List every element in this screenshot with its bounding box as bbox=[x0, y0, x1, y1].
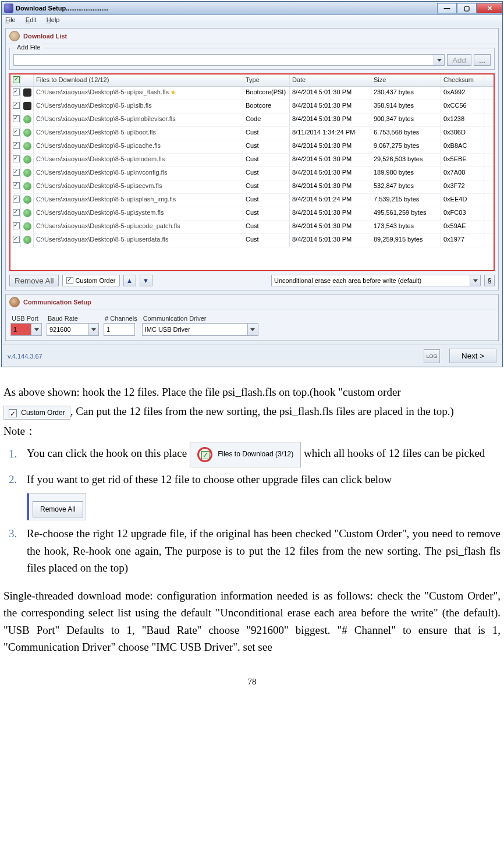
menu-help[interactable]: Help bbox=[47, 16, 60, 23]
menu-edit[interactable]: Edit bbox=[26, 16, 37, 23]
file-type-icon bbox=[23, 182, 31, 190]
baud-rate-combo[interactable]: 921600 bbox=[47, 323, 99, 336]
size-cell: 189,980 bytes bbox=[371, 167, 441, 180]
col-check[interactable]: ✓ bbox=[10, 75, 21, 86]
baud-rate-value: 921600 bbox=[49, 326, 71, 333]
usb-port-label: USB Port bbox=[10, 315, 42, 322]
table-row[interactable]: C:\Users\xiaoyuax\Desktop\8-5-up\mobilev… bbox=[10, 113, 494, 127]
size-cell: 495,561,259 bytes bbox=[371, 207, 441, 220]
version-label: v.4.144.3.67 bbox=[8, 353, 42, 360]
type-cell: Cust bbox=[243, 154, 290, 166]
driver-combo[interactable]: IMC USB Driver bbox=[142, 323, 258, 336]
row-checkbox[interactable] bbox=[13, 142, 20, 149]
col-checksum[interactable]: Checksum bbox=[441, 75, 484, 86]
file-path-cell: C:\Users\xiaoyuax\Desktop\8-5-up\secvm.f… bbox=[34, 180, 243, 193]
col-size[interactable]: Size bbox=[371, 75, 441, 86]
pin-button[interactable]: § bbox=[484, 275, 495, 286]
channels-input[interactable]: 1 bbox=[104, 323, 135, 336]
row-checkbox[interactable] bbox=[13, 222, 20, 229]
close-button[interactable]: ✕ bbox=[477, 3, 502, 13]
table-row[interactable]: C:\Users\xiaoyuax\Desktop\8-5-up\ucode_p… bbox=[10, 221, 494, 234]
add-button[interactable]: Add bbox=[447, 54, 471, 66]
log-button[interactable]: LOG bbox=[424, 349, 440, 363]
table-row[interactable]: C:\Users\xiaoyuax\Desktop\8-5-up\nvconfi… bbox=[10, 167, 494, 180]
size-cell: 173,543 bytes bbox=[371, 221, 441, 233]
row-checkbox[interactable] bbox=[13, 115, 20, 122]
table-row[interactable]: C:\Users\xiaoyuax\Desktop\8-5-up\secvm.f… bbox=[10, 180, 494, 194]
checksum-cell: 0xA992 bbox=[441, 87, 484, 100]
erase-mode-value: Unconditional erase each area before wri… bbox=[274, 277, 421, 284]
checksum-cell: 0x59AE bbox=[441, 221, 484, 233]
channels-label: # Channels bbox=[104, 315, 137, 322]
table-row[interactable]: C:\Users\xiaoyuax\Desktop\8-5-up\slb.fls… bbox=[10, 100, 494, 113]
red-circle-highlight-icon bbox=[197, 447, 212, 462]
remove-all-inline-image: Remove All bbox=[27, 493, 86, 521]
file-type-icon bbox=[23, 142, 31, 150]
chevron-down-icon[interactable] bbox=[31, 324, 41, 335]
checksum-cell: 0xEE4D bbox=[441, 194, 484, 207]
app-icon bbox=[4, 3, 13, 13]
checksum-cell: 0x7A00 bbox=[441, 167, 484, 180]
menubar: File Edit Help bbox=[2, 15, 502, 24]
row-checkbox[interactable] bbox=[13, 102, 20, 109]
app-window: Download Setup........................ —… bbox=[1, 1, 503, 367]
file-path-cell: C:\Users\xiaoyuax\Desktop\8-5-up\boot.fl… bbox=[34, 127, 243, 140]
date-cell: 8/4/2014 5:01:30 PM bbox=[290, 221, 371, 233]
table-row[interactable]: C:\Users\xiaoyuax\Desktop\8-5-up\boot.fl… bbox=[10, 127, 494, 140]
chevron-down-icon[interactable] bbox=[470, 275, 480, 286]
titlebar[interactable]: Download Setup........................ —… bbox=[2, 2, 502, 15]
chevron-down-icon[interactable] bbox=[434, 55, 444, 65]
date-cell: 8/4/2014 5:01:30 PM bbox=[290, 140, 371, 153]
browse-button[interactable]: ... bbox=[474, 54, 491, 66]
checksum-cell: 0x1238 bbox=[441, 113, 484, 126]
file-path-cell: C:\Users\xiaoyuax\Desktop\8-5-up\ucode_p… bbox=[34, 221, 243, 233]
row-checkbox[interactable] bbox=[13, 209, 20, 216]
star-icon: ★ bbox=[171, 89, 176, 95]
col-type[interactable]: Type bbox=[243, 75, 290, 86]
size-cell: 89,259,915 bytes bbox=[371, 234, 441, 247]
table-row[interactable]: C:\Users\xiaoyuax\Desktop\8-5-up\userdat… bbox=[10, 234, 494, 247]
doc-li1: You can click the hook on this place Fil… bbox=[20, 442, 501, 467]
row-checkbox[interactable] bbox=[13, 236, 20, 243]
erase-mode-combo[interactable]: Unconditional erase each area before wri… bbox=[271, 275, 481, 286]
move-down-button[interactable]: ▼ bbox=[140, 275, 152, 286]
move-up-button[interactable]: ▲ bbox=[123, 275, 136, 286]
row-checkbox[interactable] bbox=[13, 155, 20, 162]
table-header: ✓ Files to Download (12/12) Type Date Si… bbox=[10, 75, 494, 87]
table-row[interactable]: C:\Users\xiaoyuax\Desktop\8-5-up\modem.f… bbox=[10, 154, 494, 167]
add-file-combo[interactable] bbox=[13, 54, 445, 66]
file-type-icon bbox=[23, 169, 31, 177]
comm-setup-section: Communication Setup USB Port 1 Baud Rate… bbox=[5, 294, 499, 341]
usb-port-combo[interactable]: 1 bbox=[10, 323, 42, 336]
size-cell: 29,526,503 bytes bbox=[371, 154, 441, 166]
custom-order-checkbox[interactable]: Custom Order bbox=[62, 275, 119, 286]
menu-file[interactable]: File bbox=[5, 16, 16, 23]
chevron-down-icon[interactable] bbox=[88, 324, 98, 335]
doc-li3: Re-choose the right 12 upgrade file, if … bbox=[20, 525, 501, 576]
type-cell: Cust bbox=[243, 167, 290, 180]
row-checkbox[interactable] bbox=[13, 88, 20, 95]
col-files[interactable]: Files to Download (12/12) bbox=[34, 75, 243, 86]
next-button[interactable]: Next > bbox=[449, 349, 496, 363]
table-row[interactable]: C:\Users\xiaoyuax\Desktop\8-5-up\cache.f… bbox=[10, 140, 494, 154]
channels-field: # Channels 1 bbox=[104, 315, 137, 336]
file-path-cell: C:\Users\xiaoyuax\Desktop\8-5-up\psi_fla… bbox=[34, 87, 243, 100]
table-row[interactable]: C:\Users\xiaoyuax\Desktop\8-5-up\splash_… bbox=[10, 194, 494, 207]
table-row[interactable]: C:\Users\xiaoyuax\Desktop\8-5-up\psi_fla… bbox=[10, 87, 494, 100]
maximize-button[interactable]: ▢ bbox=[457, 3, 477, 13]
type-cell: Cust bbox=[243, 207, 290, 220]
minimize-button[interactable]: — bbox=[437, 3, 457, 13]
row-checkbox[interactable] bbox=[13, 169, 20, 176]
table-row[interactable]: C:\Users\xiaoyuax\Desktop\8-5-up\system.… bbox=[10, 207, 494, 221]
row-checkbox[interactable] bbox=[13, 196, 20, 203]
remove-all-button[interactable]: Remove All bbox=[9, 275, 59, 286]
row-checkbox[interactable] bbox=[13, 129, 20, 136]
file-path-cell: C:\Users\xiaoyuax\Desktop\8-5-up\system.… bbox=[34, 207, 243, 220]
col-date[interactable]: Date bbox=[290, 75, 371, 86]
checksum-cell: 0x1977 bbox=[441, 234, 484, 247]
file-type-icon bbox=[23, 236, 31, 244]
chevron-down-icon[interactable] bbox=[247, 324, 258, 335]
file-path-cell: C:\Users\xiaoyuax\Desktop\8-5-up\userdat… bbox=[34, 234, 243, 247]
row-checkbox[interactable] bbox=[13, 182, 20, 189]
download-list-icon bbox=[9, 31, 20, 41]
